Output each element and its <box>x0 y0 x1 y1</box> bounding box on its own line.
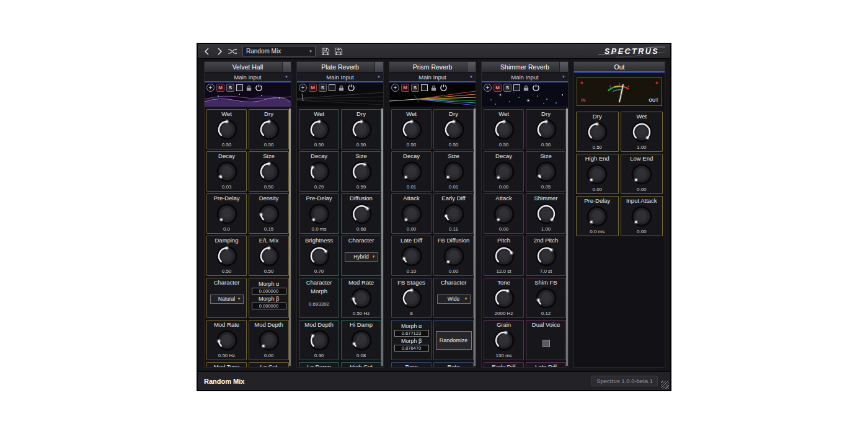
dry-knob[interactable] <box>443 118 465 142</box>
e-l-mix-knob[interactable] <box>258 244 280 268</box>
2nd-pitch-knob[interactable] <box>535 244 557 268</box>
morph-value-field[interactable]: 0.677123 <box>394 330 429 337</box>
window-resize-handle[interactable] <box>661 381 669 389</box>
wet-knob[interactable] <box>631 120 653 144</box>
decay-knob[interactable] <box>308 160 330 184</box>
character-select[interactable]: Natural▼ <box>210 294 244 304</box>
morph-value-field[interactable]: 0.000000 <box>252 288 286 294</box>
dry-knob[interactable] <box>350 118 373 142</box>
solo-button[interactable]: S <box>503 84 512 92</box>
power-icon[interactable] <box>347 84 355 92</box>
bypass-checkbox[interactable] <box>329 84 335 91</box>
fb-stages-knob[interactable] <box>401 286 423 311</box>
module-header[interactable]: Out <box>574 62 665 73</box>
pre-delay-knob[interactable] <box>308 202 330 226</box>
low-end-knob[interactable] <box>631 162 653 187</box>
lock-icon[interactable] <box>522 84 530 92</box>
dry-knob[interactable] <box>258 118 280 142</box>
mute-button[interactable]: M <box>401 84 409 92</box>
density-knob[interactable] <box>258 202 280 226</box>
shim-fb-knob[interactable] <box>535 286 557 311</box>
solo-button[interactable]: S <box>319 84 327 92</box>
early-diff-knob[interactable] <box>443 202 465 226</box>
pre-delay-knob[interactable] <box>216 202 238 226</box>
grain-knob[interactable] <box>493 329 515 353</box>
module-header[interactable]: Velvet Hall <box>205 62 291 73</box>
fb-diffusion-knob[interactable] <box>443 244 465 268</box>
dry-knob[interactable] <box>535 118 557 142</box>
mod-depth-knob[interactable] <box>258 329 280 353</box>
bypass-checkbox[interactable] <box>236 84 243 91</box>
pre-delay-knob[interactable] <box>586 205 608 229</box>
hi-damp-knob[interactable] <box>350 329 373 353</box>
power-icon[interactable] <box>255 84 263 92</box>
solo-button[interactable]: S <box>411 84 419 92</box>
module-drag-handle[interactable] <box>559 62 568 72</box>
brightness-knob[interactable] <box>308 244 330 268</box>
back-button[interactable] <box>202 46 211 56</box>
diffusion-knob[interactable] <box>350 202 373 226</box>
pitch-knob[interactable] <box>493 244 515 268</box>
input-routing-select[interactable]: Main Input ▼ <box>205 73 291 82</box>
late-diff-knob[interactable] <box>401 244 423 268</box>
high-end-knob[interactable] <box>586 162 608 187</box>
lock-icon[interactable] <box>430 84 438 92</box>
character-select[interactable]: Hybrid▼ <box>345 252 378 262</box>
wet-knob[interactable] <box>401 118 423 142</box>
mute-button[interactable]: M <box>216 84 224 92</box>
size-knob[interactable] <box>535 160 557 184</box>
randomize-button[interactable]: Randomize <box>436 331 472 350</box>
solo-button[interactable]: S <box>226 84 234 92</box>
character-select[interactable]: Wide▼ <box>437 294 471 304</box>
module-header[interactable]: Plate Reverb <box>297 62 383 73</box>
bypass-checkbox[interactable] <box>513 84 520 91</box>
module-drag-handle[interactable] <box>282 62 291 72</box>
attack-knob[interactable] <box>401 202 423 226</box>
chevron-down-icon: ▼ <box>562 75 565 79</box>
add-icon[interactable]: + <box>206 84 215 92</box>
size-knob[interactable] <box>258 160 280 184</box>
tone-knob[interactable] <box>493 286 515 311</box>
power-icon[interactable] <box>440 84 448 92</box>
save-as-button[interactable] <box>334 46 343 56</box>
add-icon[interactable]: + <box>484 84 492 92</box>
attack-knob[interactable] <box>493 202 515 226</box>
module-header[interactable]: Shimmer Reverb <box>482 62 568 73</box>
mod-rate-knob[interactable] <box>350 286 373 311</box>
forward-button[interactable] <box>215 46 224 56</box>
decay-knob[interactable] <box>216 160 238 184</box>
wet-knob[interactable] <box>216 118 238 142</box>
dry-knob[interactable] <box>586 120 608 144</box>
input-routing-select[interactable]: Main Input ▼ <box>389 73 476 82</box>
module-header[interactable]: Prism Reverb <box>389 62 476 73</box>
dual-voice-checkbox[interactable] <box>542 340 550 347</box>
module-drag-handle[interactable] <box>374 62 383 72</box>
lock-icon[interactable] <box>245 84 253 92</box>
mute-button[interactable]: M <box>309 84 317 92</box>
add-icon[interactable]: + <box>299 84 307 92</box>
morph-value-field[interactable]: 0.000000 <box>252 303 286 309</box>
wet-knob[interactable] <box>493 118 515 142</box>
preset-select[interactable]: Random Mix ▼ <box>242 46 316 56</box>
lock-icon[interactable] <box>337 84 345 92</box>
mod-rate-knob[interactable] <box>216 329 238 353</box>
bypass-checkbox[interactable] <box>421 84 428 91</box>
input-routing-select[interactable]: Main Input ▼ <box>482 73 568 82</box>
randomize-preset-button[interactable] <box>228 46 237 56</box>
wet-knob[interactable] <box>308 118 330 142</box>
mod-depth-knob[interactable] <box>308 329 330 353</box>
power-icon[interactable] <box>532 84 540 92</box>
shimmer-knob[interactable] <box>535 202 557 226</box>
morph-value-field[interactable]: 0.876470 <box>394 345 429 352</box>
mute-button[interactable]: M <box>494 84 502 92</box>
add-icon[interactable]: + <box>391 84 399 92</box>
decay-knob[interactable] <box>401 160 423 184</box>
decay-knob[interactable] <box>493 160 515 184</box>
damping-knob[interactable] <box>216 244 238 268</box>
size-knob[interactable] <box>350 160 373 184</box>
size-knob[interactable] <box>443 160 465 184</box>
module-drag-handle[interactable] <box>467 62 476 72</box>
input-routing-select[interactable]: Main Input ▼ <box>297 73 383 82</box>
save-button[interactable] <box>321 46 330 56</box>
input-attack-knob[interactable] <box>631 205 653 229</box>
